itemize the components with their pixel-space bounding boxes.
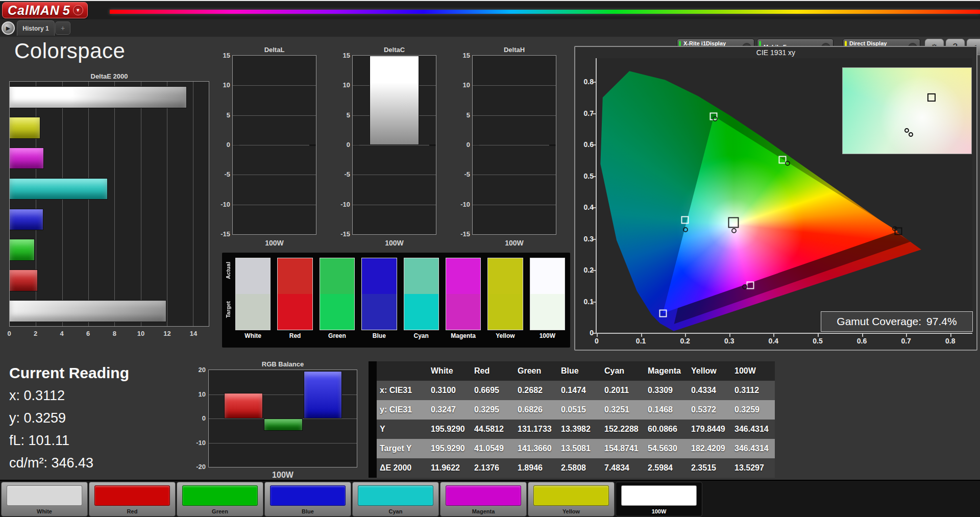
axis-tick-label: 10	[216, 81, 230, 89]
table-cell: 0.4334	[688, 381, 731, 400]
cie-measured-cyan	[683, 227, 688, 232]
axis-tick-label: 0	[190, 414, 206, 422]
axis-tick-label: 0.8	[945, 337, 955, 345]
patch-button-blue[interactable]: Blue	[264, 482, 351, 516]
table-cell: 0.1468	[645, 400, 688, 420]
table-cell: 131.1733	[514, 420, 558, 439]
patch-color-swatch	[446, 485, 521, 506]
delta-bar-deltac	[370, 56, 420, 145]
patch-button-yellow[interactable]: Yellow	[528, 482, 615, 516]
tab-bar: ▶ History 1 + X-Rite i1Display Retail OL…	[0, 19, 980, 37]
axis-tick-label: 10	[336, 81, 350, 89]
table-cell: 0.3259	[731, 400, 775, 420]
logo-text: CalMAN	[8, 3, 60, 18]
swatch-name-label: Cyan	[404, 332, 439, 339]
patch-button-green[interactable]: Green	[177, 482, 263, 516]
add-tab-button[interactable]: +	[55, 21, 70, 35]
swatch-actual	[362, 258, 396, 294]
table-header-magenta: Magenta	[645, 361, 688, 381]
swatch-tiles	[235, 258, 565, 330]
axis-tick-label: 0	[595, 337, 599, 345]
table-row-label: Y	[377, 420, 428, 439]
axis-tick-label: 15	[336, 52, 350, 59]
swatch-100w	[530, 258, 565, 330]
gamut-coverage-badge: Gamut Coverage: 97.4%	[821, 311, 973, 332]
reading-y: y: 0.3259	[9, 410, 66, 426]
rgb-bar-green	[264, 418, 302, 431]
axis-tick-label: 0.1	[636, 337, 646, 345]
calman-logo-menu[interactable]: CalMAN 5 ▼	[2, 2, 88, 18]
swatch-actual	[446, 258, 480, 294]
axis-tick-label: 10	[456, 81, 470, 89]
patch-button-label: Magenta	[440, 508, 526, 514]
gridline	[233, 175, 316, 175]
gridline	[353, 205, 436, 205]
axis-tick-label: 8	[113, 330, 116, 337]
table-cell: 13.3982	[558, 420, 601, 439]
gridline	[141, 82, 141, 326]
deltae-bar-yellow	[10, 117, 40, 139]
deltal-chart-plot: 151050-5-10-15	[232, 55, 316, 235]
swatch-white	[235, 258, 271, 330]
current-reading-title: Current Reading	[9, 364, 129, 382]
table-cell: 0.6826	[514, 400, 558, 420]
table-cell: 13.5297	[731, 458, 775, 478]
deltae-chart-title: DeltaE 2000	[9, 72, 209, 80]
cie-whitepoint-inset	[842, 67, 972, 154]
table-cell: 0.1474	[558, 381, 601, 400]
axis-tick-label: 0.7	[577, 109, 594, 117]
axis-tick-label: 0.4	[577, 203, 594, 211]
swatch-name-label: Green	[320, 332, 355, 339]
table-cell: 346.4314	[731, 420, 775, 439]
axis-tick-label: -10	[456, 201, 470, 208]
axis-tick-label: 10	[137, 330, 144, 337]
patch-button-red[interactable]: Red	[89, 482, 176, 516]
axis-tick-label: -5	[456, 170, 470, 178]
table-cell: 11.9622	[428, 458, 471, 478]
gridline	[233, 205, 316, 205]
axis-tick-label: 10	[190, 390, 206, 398]
gridline	[209, 443, 357, 444]
swatch-actual	[236, 258, 270, 294]
swatch-actual	[404, 258, 438, 294]
patch-button-label: Yellow	[528, 508, 614, 514]
patch-button-magenta[interactable]: Magenta	[440, 482, 527, 516]
axis-tick-label: 0	[456, 141, 470, 149]
axis-tick-label: -15	[336, 230, 350, 238]
cie-target-cyan	[681, 216, 689, 224]
swatch-target	[446, 294, 480, 330]
axis-tick-label: 0.3	[577, 235, 594, 243]
axis-tick-label: 0.7	[901, 337, 911, 345]
table-cell: 2.5984	[645, 458, 688, 478]
gridline	[233, 115, 316, 116]
axis-tick-label: 2	[34, 330, 37, 337]
patch-button-white[interactable]: White	[1, 482, 88, 516]
gridline	[473, 175, 556, 175]
axis-tick-label: 15	[216, 52, 230, 59]
table-cell: 152.2288	[601, 420, 645, 439]
rgb-balance-plot: 20100-10-20	[208, 370, 357, 467]
patch-button-label: Cyan	[353, 508, 438, 514]
table-row-label: Target Y	[377, 439, 428, 458]
gamut-coverage-label: Gamut Coverage:	[837, 315, 921, 328]
axis-tick-label: 0.2	[577, 266, 594, 274]
axis-tick-label: 0	[7, 330, 11, 337]
gridline	[353, 175, 436, 175]
table-cell: 346.4314	[731, 439, 775, 458]
patch-button-100w[interactable]: 100W	[616, 482, 702, 516]
patch-button-cyan[interactable]: Cyan	[352, 482, 439, 516]
swatch-actual	[278, 258, 312, 294]
deltah-chart-title: DeltaH	[472, 46, 556, 54]
axis-tick-label: -5	[216, 170, 230, 178]
tab-history-1[interactable]: History 1	[17, 20, 55, 36]
patch-color-swatch	[7, 485, 82, 506]
table-cell: 0.0515	[558, 400, 601, 420]
table-cell: 141.3660	[514, 439, 558, 458]
table-cell: 0.3100	[428, 381, 471, 400]
tab-scroll-button[interactable]: ▶	[2, 21, 15, 35]
axis-tick-label: -10	[336, 201, 350, 208]
swatch-name-label: Magenta	[446, 332, 481, 339]
table-cell: 0.3251	[601, 400, 645, 420]
deltal-chart-title: DeltaL	[232, 46, 316, 54]
axis-tick-label: -15	[216, 230, 230, 238]
